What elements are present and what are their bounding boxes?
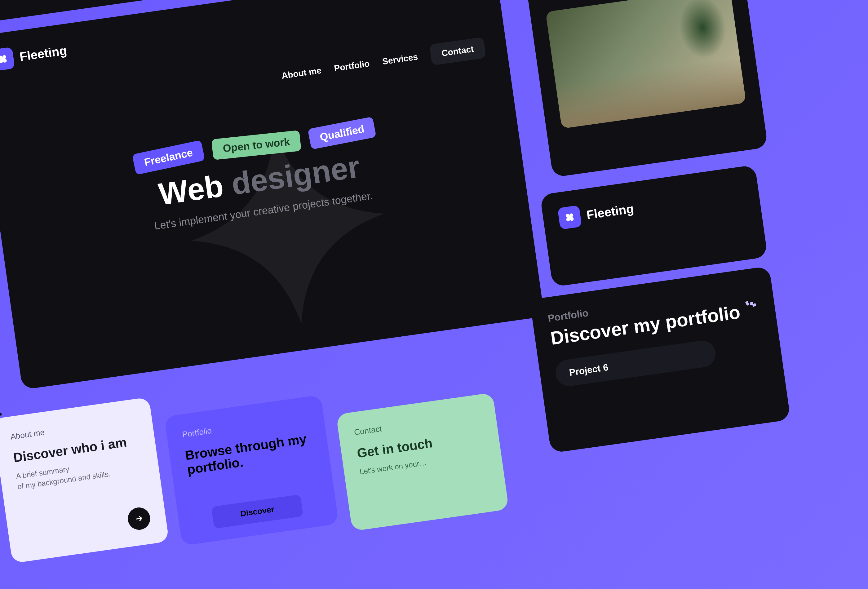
portfolio-card[interactable]: Portfolio Browse through my portfolio. D… xyxy=(164,395,338,546)
project-item[interactable]: Project 6 xyxy=(554,339,717,388)
contact-button[interactable]: Contact xyxy=(429,37,486,65)
nav-about[interactable]: About me xyxy=(281,65,322,81)
logo-icon[interactable] xyxy=(0,47,15,71)
sparkle-icon xyxy=(742,298,760,317)
about-card[interactable]: About me Discover who i am A brief summa… xyxy=(0,397,169,563)
contact-card[interactable]: Contact Get in touch Let's work on your… xyxy=(336,393,509,531)
brand-name: Fleeting xyxy=(19,43,68,63)
contact-section: Contact Get in touch xyxy=(521,0,768,177)
logo-icon[interactable] xyxy=(557,205,582,230)
portfolio-section: Portfolio Discover my portfolio Project … xyxy=(530,266,790,453)
nav-services[interactable]: Services xyxy=(382,52,418,67)
brand-name: Fleeting xyxy=(586,202,635,222)
workspace-image xyxy=(546,0,746,128)
arrow-button[interactable] xyxy=(127,506,152,531)
card-title: Browse through my portfolio. xyxy=(184,431,314,477)
hero-panel: Fleeting About me Portfolio Services Con… xyxy=(0,0,544,390)
nav-portfolio[interactable]: Portfolio xyxy=(334,59,370,74)
discover-button[interactable]: Discover xyxy=(211,495,303,529)
brand-panel: Fleeting xyxy=(540,165,768,287)
